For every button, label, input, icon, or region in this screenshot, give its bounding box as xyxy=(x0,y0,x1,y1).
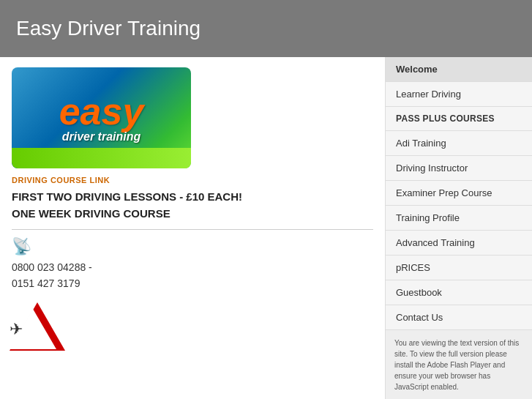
logo-box: easy driver training xyxy=(12,67,191,168)
sidebar-item-welcome[interactable]: Welcome xyxy=(386,57,532,82)
nav-items: WelcomeLearner DrivingPASS PLUS COURSESA… xyxy=(386,57,532,330)
content-wrapper: easy driver training DRIVING COURSE LINK… xyxy=(0,57,532,399)
sidebar-item-driving-instructor[interactable]: Driving Instructor xyxy=(386,156,532,181)
driving-course-link[interactable]: DRIVING COURSE LINK xyxy=(12,176,373,184)
warning-sign: ✈ xyxy=(12,302,63,348)
phone-line1: 0800 023 04288 - xyxy=(12,259,373,275)
sidebar-item-examiner-prep-course[interactable]: Examiner Prep Course xyxy=(386,181,532,206)
sidebar-item-learner-driving[interactable]: Learner Driving xyxy=(386,82,532,107)
divider xyxy=(12,229,373,230)
sidebar-item-adi-training[interactable]: Adi Training xyxy=(386,131,532,156)
sidebar-note: You are viewing the text version of this… xyxy=(386,330,532,399)
logo-easy-text: easy xyxy=(59,92,144,130)
sidebar-item-pass-plus-courses[interactable]: PASS PLUS COURSES xyxy=(386,107,532,131)
sidebar-item-training-profile[interactable]: Training Profile xyxy=(386,206,532,231)
promo-line2: ONE WEEK DRIVING COURSE xyxy=(12,206,373,223)
promo-text: FIRST TWO DRIVING LESSONS - £10 EACH! ON… xyxy=(12,189,373,222)
sidebar: WelcomeLearner DrivingPASS PLUS COURSESA… xyxy=(386,57,532,399)
sidebar-item-prices[interactable]: pRICES xyxy=(386,256,532,280)
site-title: Easy Driver Training xyxy=(16,17,201,40)
logo-sub-text: driver training xyxy=(62,130,141,143)
plane-icon: ✈ xyxy=(10,320,23,339)
header: Easy Driver Training xyxy=(0,0,532,57)
sidebar-item-guestbook[interactable]: Guestbook xyxy=(386,280,532,305)
phone-text: 0800 023 04288 - 0151 427 3179 xyxy=(12,259,373,292)
main-content: easy driver training DRIVING COURSE LINK… xyxy=(0,57,386,399)
sidebar-item-contact-us[interactable]: Contact Us xyxy=(386,305,532,330)
phone-line2: 0151 427 3179 xyxy=(12,275,373,291)
sidebar-item-advanced-training[interactable]: Advanced Training xyxy=(386,231,532,256)
promo-line1: FIRST TWO DRIVING LESSONS - £10 EACH! xyxy=(12,189,373,206)
rss-icon: 📡 xyxy=(12,237,373,256)
logo-green-bar xyxy=(12,148,191,168)
